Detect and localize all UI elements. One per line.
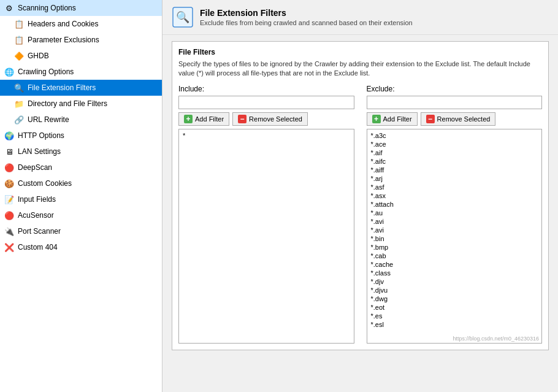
sidebar-item-parameter-exclusions[interactable]: 📋Parameter Exclusions (0, 32, 162, 48)
exclude-add-button[interactable]: + Add Filter (367, 112, 418, 126)
list-item[interactable]: *.avi (369, 217, 540, 226)
list-item[interactable]: *.es (369, 312, 540, 320)
sidebar: ⚙Scanning Options📋Headers and Cookies📋Pa… (0, 0, 162, 392)
list-item[interactable]: *.aif (369, 148, 540, 157)
page-header-icon: 🔍 (172, 6, 194, 28)
exclude-list[interactable]: *.a3c*.ace*.aif*.aifc*.aiff*.arj*.asf*.a… (367, 129, 543, 344)
sidebar-item-deepscan[interactable]: 🔴DeepScan (0, 159, 162, 175)
list-item[interactable]: *.eot (369, 303, 540, 312)
ghdb-icon: 🔶 (13, 50, 25, 61)
http-icon: 🌍 (4, 130, 15, 141)
scanning-icon: ⚙ (4, 2, 15, 13)
list-item[interactable]: *.esl (369, 320, 540, 329)
list-item[interactable]: *.aiff (369, 166, 540, 174)
404-icon: ❌ (4, 242, 15, 253)
sidebar-item-headers-cookies[interactable]: 📋Headers and Cookies (0, 16, 162, 32)
file-filters-box: File Filters Specify the types of files … (172, 41, 549, 350)
list-item[interactable]: *.asf (369, 183, 540, 191)
section-description: Specify the types of files to be ignored… (178, 60, 542, 79)
filters-columns: Include: + Add Filter − Remove Selected (178, 85, 542, 344)
remove-icon: − (238, 115, 247, 123)
list-item[interactable]: *.avi (369, 226, 540, 234)
sidebar-item-acusensor[interactable]: 🔴AcuSensor (0, 207, 162, 223)
sidebar-item-http-options[interactable]: 🌍HTTP Options (0, 128, 162, 144)
exclude-buttons: + Add Filter − Remove Selected (367, 112, 543, 126)
main-content: 🔍 File Extension Filters Exclude files f… (162, 0, 558, 392)
sidebar-item-label-parameter-exclusions: Parameter Exclusions (28, 36, 99, 44)
sidebar-item-crawling-options[interactable]: 🌐Crawling Options (0, 64, 162, 80)
content-area: File Filters Specify the types of files … (162, 35, 558, 392)
url-icon: 🔗 (13, 114, 25, 125)
sidebar-item-label-port-scanner: Port Scanner (18, 227, 61, 236)
include-list[interactable]: * (178, 129, 354, 344)
list-item[interactable]: *.bmp (369, 243, 540, 252)
sidebar-item-input-fields[interactable]: 📝Input Fields (0, 191, 162, 207)
sidebar-item-url-rewrite[interactable]: 🔗URL Rewrite (0, 112, 162, 128)
page-title: File Extension Filters (200, 8, 413, 18)
exclude-remove-label: Remove Selected (437, 115, 491, 123)
sidebar-item-label-scanning-options: Scanning Options (18, 4, 76, 12)
list-item[interactable]: *.arj (369, 174, 540, 183)
section-title: File Filters (178, 48, 542, 56)
exclude-column: Exclude: + Add Filter − Remove Selected (367, 85, 543, 344)
watermark: https://blog.csdn.net/m0_46230316 (453, 336, 539, 342)
sidebar-item-label-headers-cookies: Headers and Cookies (28, 20, 98, 28)
sidebar-item-label-acusensor: AcuSensor (18, 211, 54, 220)
list-item[interactable]: *.aifc (369, 157, 540, 166)
file-ext-icon: 🔍 (13, 82, 25, 93)
include-label: Include: (178, 85, 354, 93)
svg-text:🔍: 🔍 (176, 10, 190, 24)
list-item[interactable]: *.asx (369, 191, 540, 200)
add-icon-2: + (372, 115, 381, 123)
exclude-label: Exclude: (367, 85, 543, 93)
crawling-icon: 🌐 (4, 66, 15, 77)
include-input[interactable] (178, 96, 354, 109)
list-item[interactable]: *.au (369, 209, 540, 217)
list-item[interactable]: *.a3c (369, 131, 540, 140)
sidebar-item-label-custom-cookies: Custom Cookies (18, 179, 72, 188)
list-item[interactable]: *.djv (369, 277, 540, 286)
sidebar-item-directory-file-filters[interactable]: 📁Directory and File Filters (0, 96, 162, 112)
list-item[interactable]: *.class (369, 269, 540, 277)
list-item[interactable]: *.attach (369, 200, 540, 209)
sidebar-item-custom-cookies[interactable]: 🍪Custom Cookies (0, 175, 162, 191)
dir-icon: 📁 (13, 98, 25, 109)
input-icon: 📝 (4, 194, 15, 205)
list-item[interactable]: *.bin (369, 234, 540, 243)
list-item[interactable]: *.dwg (369, 294, 540, 303)
list-item[interactable]: *.djvu (369, 286, 540, 294)
sidebar-item-ghdb[interactable]: 🔶GHDB (0, 48, 162, 64)
sidebar-item-label-directory-file-filters: Directory and File Filters (28, 99, 107, 108)
port-icon: 🔌 (4, 226, 15, 237)
sidebar-item-lan-settings[interactable]: 🖥LAN Settings (0, 144, 162, 159)
include-add-button[interactable]: + Add Filter (178, 112, 229, 126)
deepscan-icon: 🔴 (4, 162, 15, 173)
param-icon: 📋 (13, 34, 25, 45)
sidebar-item-label-custom-404: Custom 404 (18, 243, 58, 252)
sidebar-item-label-crawling-options: Crawling Options (18, 67, 74, 76)
sidebar-item-file-extension-filters[interactable]: 🔍File Extension Filters (0, 80, 162, 96)
sidebar-item-label-http-options: HTTP Options (18, 131, 64, 140)
page-header: 🔍 File Extension Filters Exclude files f… (162, 0, 558, 35)
exclude-remove-button[interactable]: − Remove Selected (421, 112, 496, 126)
sidebar-item-label-file-extension-filters: File Extension Filters (28, 83, 96, 92)
sidebar-item-scanning-options[interactable]: ⚙Scanning Options (0, 0, 162, 16)
list-item[interactable]: *.cache (369, 260, 540, 269)
headers-icon: 📋 (13, 18, 25, 29)
include-remove-button[interactable]: − Remove Selected (232, 112, 308, 126)
sidebar-item-port-scanner[interactable]: 🔌Port Scanner (0, 223, 162, 239)
page-header-text: File Extension Filters Exclude files fro… (200, 8, 413, 26)
list-item[interactable]: * (181, 131, 352, 140)
sidebar-item-label-deepscan: DeepScan (18, 163, 52, 172)
exclude-add-label: Add Filter (383, 115, 412, 123)
include-buttons: + Add Filter − Remove Selected (178, 112, 354, 126)
list-item[interactable]: *.ace (369, 140, 540, 148)
sidebar-item-label-lan-settings: LAN Settings (18, 147, 61, 156)
exclude-input[interactable] (367, 96, 543, 109)
list-item[interactable]: *.cab (369, 252, 540, 260)
acusensor-icon: 🔴 (4, 210, 15, 221)
sidebar-item-label-input-fields: Input Fields (18, 195, 56, 204)
custom-cookies-icon: 🍪 (4, 178, 15, 189)
include-column: Include: + Add Filter − Remove Selected (178, 85, 354, 344)
sidebar-item-custom-404[interactable]: ❌Custom 404 (0, 239, 162, 255)
